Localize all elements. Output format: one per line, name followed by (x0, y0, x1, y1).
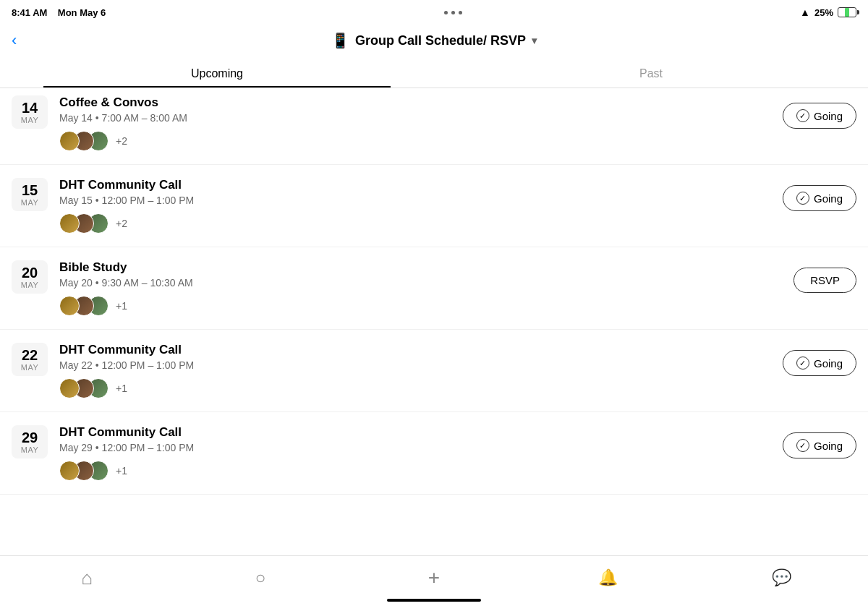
event-title: DHT Community Call (59, 178, 765, 192)
header: ‹ 📱 Group Call Schedule/ RSVP ▾ (0, 22, 868, 59)
avatar (59, 461, 80, 481)
nav-add[interactable]: + (347, 568, 521, 588)
check-icon: ✓ (796, 109, 809, 122)
dot3 (459, 11, 462, 14)
event-day: 14 (22, 100, 38, 116)
event-attendees: +2 (59, 213, 765, 234)
tab-upcoming-label: Upcoming (191, 67, 243, 80)
event-day: 29 (22, 430, 38, 445)
event-item: 22 MAY DHT Community Call May 22 • 12:00… (0, 330, 868, 412)
avatars-group (59, 213, 103, 234)
event-title: Coffee & Convos (59, 95, 765, 110)
avatar (59, 378, 80, 398)
event-action: ✓ Going (777, 95, 856, 129)
event-item: 29 MAY DHT Community Call May 29 • 12:00… (0, 412, 868, 495)
event-action: ✓ Going (777, 178, 856, 211)
rsvp-label: RSVP (810, 274, 840, 286)
event-title: DHT Community Call (59, 425, 765, 440)
event-month: MAY (21, 363, 39, 372)
going-button[interactable]: ✓ Going (783, 103, 856, 129)
tab-past-label: Past (639, 67, 663, 80)
attendee-count: +1 (116, 383, 127, 394)
rsvp-button[interactable]: RSVP (793, 268, 856, 293)
status-time: 8:41 AM (12, 7, 47, 18)
going-label: Going (814, 440, 843, 452)
event-month: MAY (21, 445, 39, 454)
nav-home[interactable]: ⌂ (0, 568, 174, 587)
status-date: Mon May 6 (58, 7, 106, 18)
event-attendees: +1 (59, 461, 765, 481)
tab-upcoming[interactable]: Upcoming (0, 59, 434, 88)
dot1 (444, 11, 448, 14)
date-badge: 20 MAY (12, 260, 48, 294)
event-details: DHT Community Call May 29 • 12:00 PM – 1… (59, 425, 765, 481)
avatar (59, 213, 80, 234)
check-icon: ✓ (796, 439, 809, 452)
attendee-count: +2 (116, 135, 127, 147)
date-badge: 15 MAY (12, 178, 48, 211)
battery-percentage: 25% (814, 7, 833, 18)
going-label: Going (814, 357, 843, 370)
avatar (59, 296, 80, 316)
event-item: 14 MAY Coffee & Convos May 14 • 7:00 AM … (0, 88, 868, 165)
event-details: DHT Community Call May 15 • 12:00 PM – 1… (59, 178, 765, 234)
avatars-group (59, 131, 103, 151)
home-icon: ⌂ (81, 568, 93, 587)
event-day: 22 (22, 347, 38, 363)
status-bar: 8:41 AM Mon May 6 ▲ 25% (0, 0, 868, 22)
header-icon: 📱 (331, 32, 349, 49)
event-details: DHT Community Call May 22 • 12:00 PM – 1… (59, 343, 765, 398)
avatars-group (59, 296, 103, 316)
going-button[interactable]: ✓ Going (783, 432, 856, 458)
event-item: 20 MAY Bible Study May 20 • 9:30 AM – 10… (0, 247, 868, 330)
date-badge: 29 MAY (12, 425, 48, 458)
event-time: May 14 • 7:00 AM – 8:00 AM (59, 112, 765, 124)
going-label: Going (814, 110, 843, 122)
event-details: Bible Study May 20 • 9:30 AM – 10:30 AM … (59, 260, 765, 316)
check-icon: ✓ (796, 192, 809, 205)
going-button[interactable]: ✓ Going (783, 185, 856, 211)
event-attendees: +1 (59, 378, 765, 398)
status-time-date: 8:41 AM Mon May 6 (12, 7, 106, 18)
event-time: May 29 • 12:00 PM – 1:00 PM (59, 442, 765, 453)
event-time: May 15 • 12:00 PM – 1:00 PM (59, 195, 765, 206)
event-month: MAY (21, 281, 39, 289)
avatars-group (59, 378, 103, 398)
event-title: DHT Community Call (59, 343, 765, 357)
chevron-down-icon[interactable]: ▾ (532, 35, 537, 46)
event-attendees: +1 (59, 296, 765, 316)
event-action: RSVP (777, 260, 856, 293)
date-badge: 14 MAY (12, 95, 48, 129)
dot2 (451, 11, 455, 14)
avatar (59, 131, 80, 151)
avatars-group (59, 461, 103, 481)
nav-search[interactable]: ○ (174, 569, 347, 586)
date-badge: 22 MAY (12, 343, 48, 376)
event-action: ✓ Going (777, 425, 856, 458)
going-button[interactable]: ✓ Going (783, 350, 856, 376)
attendee-count: +2 (116, 218, 127, 229)
event-month: MAY (21, 198, 39, 207)
attendee-count: +1 (116, 465, 127, 477)
status-right: ▲ 25% (800, 7, 856, 18)
event-month: MAY (21, 116, 39, 124)
event-attendees: +2 (59, 131, 765, 151)
battery-fill (845, 8, 849, 17)
tabs-bar: Upcoming Past (0, 59, 868, 88)
event-day: 15 (22, 182, 38, 198)
nav-messages[interactable]: 💬 (694, 570, 868, 586)
bottom-nav: ⌂ ○ + 🔔 💬 (0, 555, 868, 606)
event-item: 15 MAY DHT Community Call May 15 • 12:00… (0, 165, 868, 247)
back-button[interactable]: ‹ (12, 31, 17, 50)
bell-icon: 🔔 (598, 570, 618, 586)
home-indicator-bar (387, 599, 481, 602)
header-title-area: 📱 Group Call Schedule/ RSVP ▾ (331, 32, 537, 49)
event-details: Coffee & Convos May 14 • 7:00 AM – 8:00 … (59, 95, 765, 151)
event-action: ✓ Going (777, 343, 856, 376)
tab-past[interactable]: Past (434, 59, 868, 88)
going-label: Going (814, 192, 843, 205)
event-time: May 20 • 9:30 AM – 10:30 AM (59, 277, 765, 289)
events-list: 14 MAY Coffee & Convos May 14 • 7:00 AM … (0, 88, 868, 555)
status-center-dots (444, 11, 462, 14)
nav-notifications[interactable]: 🔔 (521, 570, 694, 586)
